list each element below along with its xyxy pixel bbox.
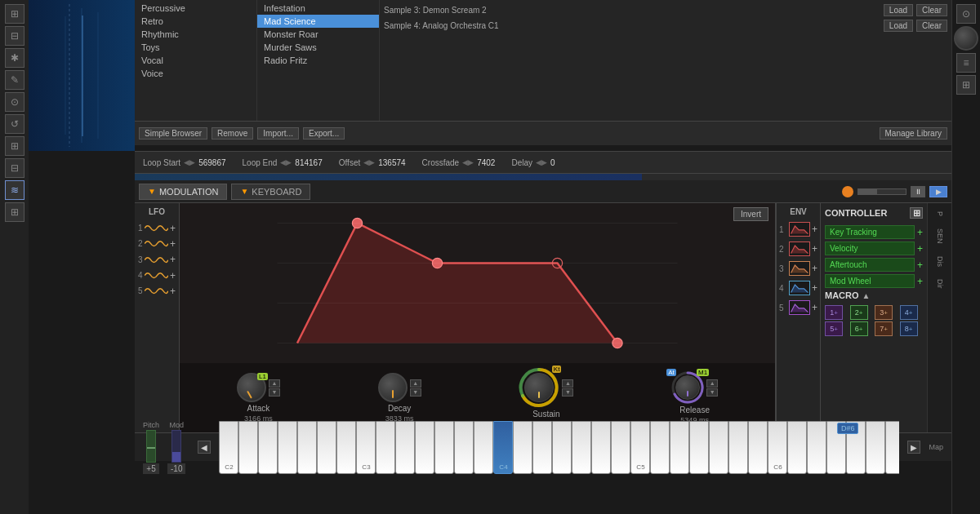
white-key[interactable]: [454, 421, 474, 474]
env-mini-1[interactable]: [789, 222, 810, 237]
white-key[interactable]: [336, 421, 356, 474]
piano-right-btn[interactable]: ▶: [907, 441, 920, 454]
white-key[interactable]: [395, 421, 415, 474]
release-knob[interactable]: [675, 375, 700, 400]
white-key[interactable]: [552, 421, 572, 474]
white-key[interactable]: [709, 421, 728, 474]
release-down-btn[interactable]: ▼: [706, 388, 718, 397]
white-key[interactable]: [513, 421, 532, 474]
mod-slider[interactable]: [172, 430, 181, 463]
white-key[interactable]: [434, 421, 454, 474]
macro-btn-7[interactable]: 7 +: [875, 321, 893, 336]
white-key[interactable]: [376, 421, 395, 474]
simple-browser-btn[interactable]: Simple Browser: [139, 127, 207, 140]
white-key[interactable]: [278, 421, 297, 474]
env-2-plus[interactable]: +: [812, 243, 817, 255]
remove-btn[interactable]: Remove: [212, 127, 253, 140]
white-key[interactable]: [317, 421, 336, 474]
sidebar-icon-5[interactable]: ⊞: [5, 136, 24, 156]
slider-bar[interactable]: [858, 188, 906, 195]
list-item[interactable]: Rhythmic: [135, 28, 256, 41]
lfo-2-plus[interactable]: +: [170, 238, 176, 250]
ctrl-aftertouch-label[interactable]: Aftertouch: [825, 258, 915, 272]
lfo-4-plus[interactable]: +: [170, 270, 176, 281]
sidebar-icon-target[interactable]: ⊙: [5, 92, 24, 112]
macro-btn-6[interactable]: 6 +: [850, 321, 868, 336]
white-key[interactable]: [650, 421, 670, 474]
env-mini-4[interactable]: [789, 281, 810, 295]
sidebar-icon-7[interactable]: ⊞: [5, 202, 24, 222]
right-icon-2[interactable]: ≡: [956, 53, 976, 73]
env-1-plus[interactable]: +: [812, 224, 817, 235]
list-item[interactable]: Vocal: [135, 54, 256, 67]
ctrl-mod-wheel-label[interactable]: Mod Wheel: [825, 274, 915, 288]
white-key[interactable]: [670, 421, 689, 474]
white-key[interactable]: [728, 421, 748, 474]
delay-arrows[interactable]: ◀▶: [536, 158, 547, 166]
release-up-btn[interactable]: ▲: [706, 379, 718, 388]
pause-btn[interactable]: ⏸: [911, 186, 925, 197]
list-item[interactable]: Infestation: [257, 2, 379, 15]
macro-btn-2[interactable]: 2 +: [850, 305, 868, 320]
macro-btn-5[interactable]: 5 +: [825, 321, 843, 336]
macro-btn-4[interactable]: 4 +: [900, 305, 918, 320]
white-key[interactable]: [297, 421, 317, 474]
lfo-3-plus[interactable]: +: [170, 254, 176, 265]
sample-3-load-btn[interactable]: Load: [884, 4, 913, 16]
white-key[interactable]: [591, 421, 611, 474]
attack-up-btn[interactable]: ▲: [269, 379, 280, 388]
white-key[interactable]: [258, 421, 278, 474]
tab-keyboard[interactable]: ▼ KEYBOARD: [231, 184, 310, 200]
white-key[interactable]: [532, 421, 552, 474]
sustain-up-btn[interactable]: ▲: [562, 379, 573, 388]
lfo-5-plus[interactable]: +: [170, 286, 176, 297]
piano-map-btn[interactable]: Map: [929, 443, 943, 451]
controller-settings-btn[interactable]: ⊞: [910, 207, 923, 219]
white-key[interactable]: [787, 421, 807, 474]
lfo-1-plus[interactable]: +: [170, 223, 176, 234]
sidebar-icon-pencil[interactable]: ✎: [5, 70, 24, 90]
decay-up-btn[interactable]: ▲: [410, 379, 421, 388]
white-key[interactable]: [885, 421, 899, 474]
white-key[interactable]: [238, 421, 258, 474]
white-key[interactable]: C6: [768, 421, 787, 474]
sidebar-icon-2[interactable]: ⊟: [5, 26, 24, 46]
loop-start-arrows[interactable]: ◀▶: [184, 158, 195, 166]
decay-down-btn[interactable]: ▼: [410, 388, 421, 397]
attack-down-btn[interactable]: ▼: [269, 388, 280, 397]
crossfade-arrows[interactable]: ◀▶: [462, 158, 474, 166]
env-4-plus[interactable]: +: [812, 282, 817, 294]
sidebar-icon-3[interactable]: ✱: [5, 48, 24, 68]
export-btn[interactable]: Export...: [303, 127, 345, 140]
white-key[interactable]: [689, 421, 709, 474]
sample-3-clear-btn[interactable]: Clear: [916, 4, 947, 16]
ctrl-velocity-plus[interactable]: +: [917, 243, 923, 255]
attack-knob[interactable]: L1: [237, 373, 266, 402]
list-item[interactable]: Murder Saws: [257, 41, 379, 54]
sample-4-load-btn[interactable]: Load: [884, 20, 913, 32]
white-key[interactable]: [866, 421, 885, 474]
env-mini-3[interactable]: [789, 261, 810, 276]
ctrl-velocity-label[interactable]: Velocity: [825, 241, 915, 255]
white-key[interactable]: [474, 421, 493, 474]
right-icon-1[interactable]: ⊙: [956, 4, 976, 24]
play-btn[interactable]: ▶: [929, 186, 947, 197]
list-item[interactable]: Radio Fritz: [257, 54, 379, 67]
import-btn[interactable]: Import...: [257, 127, 299, 140]
list-item[interactable]: Monster Roar: [257, 28, 379, 41]
sidebar-icon-1[interactable]: ⊞: [5, 4, 24, 24]
white-key[interactable]: C5: [630, 421, 650, 474]
list-item[interactable]: Retro: [135, 15, 256, 28]
decay-knob[interactable]: [378, 373, 408, 402]
ctrl-mod-wheel-plus[interactable]: +: [917, 276, 923, 287]
macro-btn-1[interactable]: 1 +: [825, 305, 843, 320]
ctrl-key-tracking-label[interactable]: Key Tracking: [825, 225, 915, 239]
pitch-slider[interactable]: [146, 430, 156, 463]
white-key[interactable]: [415, 421, 434, 474]
white-key[interactable]: [572, 421, 591, 474]
tab-modulation[interactable]: ▼ MODULATION: [139, 184, 227, 200]
right-knob[interactable]: [954, 26, 978, 51]
macro-expand-icon[interactable]: ▲: [862, 291, 871, 300]
list-item[interactable]: Voice: [135, 67, 256, 80]
env-3-plus[interactable]: +: [812, 263, 817, 274]
